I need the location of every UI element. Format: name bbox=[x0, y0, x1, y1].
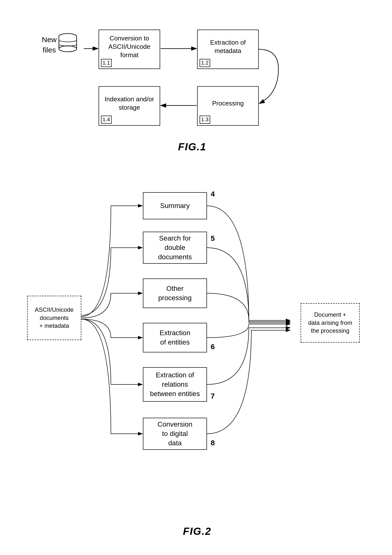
box-1-3-label: Processing bbox=[212, 99, 244, 108]
new-files-label: New files bbox=[42, 35, 57, 55]
box-1-2: Extraction of metadata 1.2 bbox=[197, 30, 259, 69]
fig2-output-label: Document +data arising fromthe processin… bbox=[308, 311, 352, 335]
node-summary-label: Summary bbox=[160, 201, 190, 210]
fig2-diagram: ASCII/Unicodedocuments+ metadata Documen… bbox=[20, 177, 375, 542]
box-1-3-num: 1.3 bbox=[200, 116, 210, 124]
node-search-double-label: Search fordoubledocuments bbox=[158, 234, 192, 261]
box-1-2-label: Extraction of metadata bbox=[201, 38, 255, 55]
database-icon bbox=[58, 32, 78, 54]
node-7-num: 7 bbox=[211, 392, 215, 400]
fig2-output-box: Document +data arising fromthe processin… bbox=[301, 303, 360, 343]
node-extraction-entities-label: Extractionof entities bbox=[160, 328, 190, 347]
node-extraction-relations-label: Extraction ofrelationsbetween entities bbox=[150, 370, 200, 398]
box-1-1-label: Conversion to ASCII/Unicode format bbox=[102, 34, 157, 59]
fig2-input-label: ASCII/Unicodedocuments+ metadata bbox=[35, 306, 73, 330]
node-other-processing-label: Otherprocessing bbox=[158, 284, 191, 303]
fig2-title: FIG.2 bbox=[183, 525, 211, 537]
node-8-num: 8 bbox=[211, 439, 215, 447]
node-summary: Summary bbox=[143, 192, 207, 219]
box-1-4-num: 1.4 bbox=[101, 116, 112, 124]
node-4-num: 4 bbox=[211, 190, 215, 198]
box-1-3: Processing 1.3 bbox=[197, 86, 259, 126]
box-1-1-num: 1.1 bbox=[101, 59, 112, 67]
fig2-input-box: ASCII/Unicodedocuments+ metadata bbox=[27, 296, 81, 340]
node-conversion-digital-label: Conversionto digitaldata bbox=[157, 420, 192, 448]
box-1-4: Indexation and/or storage 1.4 bbox=[99, 86, 160, 126]
node-6-num: 6 bbox=[211, 343, 215, 351]
fig1-title: FIG.1 bbox=[178, 141, 206, 153]
node-other-processing: Otherprocessing bbox=[143, 278, 207, 308]
node-conversion-digital: Conversionto digitaldata bbox=[143, 418, 207, 450]
box-1-1: Conversion to ASCII/Unicode format 1.1 bbox=[99, 30, 160, 69]
node-extraction-entities: Extractionof entities bbox=[143, 323, 207, 352]
box-1-2-num: 1.2 bbox=[200, 59, 210, 67]
box-1-4-label: Indexation and/or storage bbox=[102, 95, 157, 112]
svg-point-4 bbox=[59, 46, 77, 52]
node-extraction-relations: Extraction ofrelationsbetween entities bbox=[143, 367, 207, 402]
node-5-num: 5 bbox=[211, 234, 215, 243]
node-search-double: Search fordoubledocuments bbox=[143, 232, 207, 264]
fig1-diagram: New files Conversion to ASCII/Unicode fo… bbox=[20, 15, 365, 158]
page: New files Conversion to ASCII/Unicode fo… bbox=[0, 0, 392, 555]
